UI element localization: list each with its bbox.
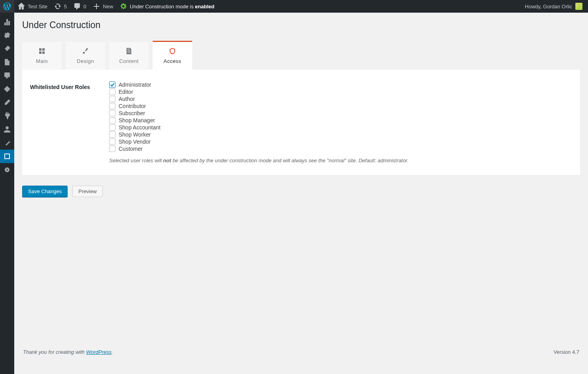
document-icon — [125, 47, 133, 55]
tab-main[interactable]: Main — [22, 42, 62, 70]
menu-media[interactable] — [0, 42, 14, 55]
site-name-link[interactable]: Test Site — [14, 0, 51, 13]
uc-mode-indicator[interactable]: Under Construction mode is enabled — [116, 0, 217, 13]
role-option-contributor[interactable]: Contributor — [109, 103, 572, 109]
checkbox[interactable] — [109, 139, 115, 145]
role-label: Contributor — [119, 103, 146, 109]
menu-under-construction[interactable] — [0, 150, 14, 163]
footer: Thank you for creating with WordPress. V… — [22, 341, 580, 361]
menu-appearance[interactable] — [0, 96, 14, 109]
grid-icon — [38, 47, 46, 55]
checkbox[interactable] — [109, 96, 115, 102]
menu-collapse[interactable] — [0, 163, 14, 177]
wordpress-icon — [3, 2, 11, 10]
preview-button[interactable]: Preview — [72, 186, 102, 197]
wordpress-link[interactable]: WordPress — [86, 349, 112, 355]
role-label: Customer — [119, 146, 143, 152]
role-label: Shop Manager — [119, 117, 155, 123]
role-option-administrator[interactable]: Administrator — [109, 82, 572, 88]
role-option-author[interactable]: Author — [109, 96, 572, 102]
checkbox[interactable] — [109, 124, 115, 131]
roles-checkbox-list: AdministratorEditorAuthorContributorSubs… — [109, 82, 572, 152]
tab-access[interactable]: Access — [153, 41, 192, 70]
roles-description: Selected user roles will not be affected… — [109, 158, 572, 163]
tab-label: Access — [164, 58, 182, 64]
menu-products[interactable] — [0, 82, 14, 96]
site-name: Test Site — [28, 4, 47, 9]
role-option-shop_worker[interactable]: Shop Worker — [109, 131, 572, 138]
checkbox[interactable] — [109, 110, 115, 116]
role-option-subscriber[interactable]: Subscriber — [109, 110, 572, 116]
role-label: Shop Vendor — [119, 139, 151, 145]
footer-thank-you: Thank you for creating with WordPress. — [23, 349, 113, 355]
checkbox[interactable] — [109, 103, 115, 109]
role-option-customer[interactable]: Customer — [109, 146, 572, 152]
role-option-shop_accountant[interactable]: Shop Accountant — [109, 124, 572, 131]
role-label: Editor — [119, 89, 133, 95]
updates-link[interactable]: 5 — [51, 0, 70, 13]
version-label: Version 4.7 — [554, 349, 579, 355]
comment-icon — [73, 2, 81, 10]
menu-users[interactable] — [0, 123, 14, 136]
role-label: Shop Accountant — [119, 124, 161, 131]
update-icon — [54, 2, 62, 10]
uc-mode-text: Under Construction mode is enabled — [130, 4, 214, 9]
role-option-editor[interactable]: Editor — [109, 89, 572, 95]
checkbox[interactable] — [109, 131, 115, 138]
avatar — [575, 3, 582, 10]
greeting: Howdy, Gordan Orlic — [525, 4, 572, 9]
new-label: New — [103, 4, 113, 9]
tab-label: Main — [36, 58, 48, 64]
role-label: Shop Worker — [119, 131, 151, 138]
comments-count: 0 — [83, 4, 86, 9]
whitelist-roles-label: Whitelisted User Roles — [30, 82, 109, 163]
brush-icon — [81, 47, 89, 55]
admin-menu — [0, 13, 14, 361]
tab-content[interactable]: Content — [109, 42, 149, 70]
tab-label: Content — [119, 58, 138, 64]
tab-design[interactable]: Design — [66, 42, 105, 70]
tabs: Main Design Content Access — [22, 41, 580, 70]
menu-plugins[interactable] — [0, 109, 14, 123]
role-label: Author — [119, 96, 135, 102]
wp-logo[interactable] — [0, 0, 14, 13]
gear-icon — [119, 2, 127, 10]
home-icon — [17, 2, 25, 10]
shield-icon — [168, 47, 176, 55]
menu-posts[interactable] — [0, 28, 14, 42]
settings-panel: Whitelisted User Roles AdministratorEdit… — [22, 70, 580, 175]
comments-link[interactable]: 0 — [70, 0, 89, 13]
page-title: Under Construction — [22, 16, 580, 33]
role-label: Administrator — [119, 82, 151, 88]
checkbox[interactable] — [109, 82, 115, 88]
checkbox[interactable] — [109, 89, 115, 95]
save-button[interactable]: Save Changes — [22, 186, 68, 197]
updates-count: 5 — [64, 4, 67, 9]
admin-bar: Test Site 5 0 New Under Constructio — [0, 0, 588, 13]
role-label: Subscriber — [119, 110, 145, 116]
role-option-shop_manager[interactable]: Shop Manager — [109, 117, 572, 123]
menu-comments[interactable] — [0, 69, 14, 82]
menu-tools[interactable] — [0, 136, 14, 150]
new-content-link[interactable]: New — [89, 0, 116, 13]
checkbox[interactable] — [109, 117, 115, 123]
checkbox[interactable] — [109, 146, 115, 152]
plus-icon — [93, 2, 100, 10]
menu-pages[interactable] — [0, 55, 14, 69]
tab-label: Design — [77, 58, 94, 64]
role-option-shop_vendor[interactable]: Shop Vendor — [109, 139, 572, 145]
user-menu[interactable]: Howdy, Gordan Orlic — [525, 3, 585, 10]
menu-dashboard[interactable] — [0, 15, 14, 28]
